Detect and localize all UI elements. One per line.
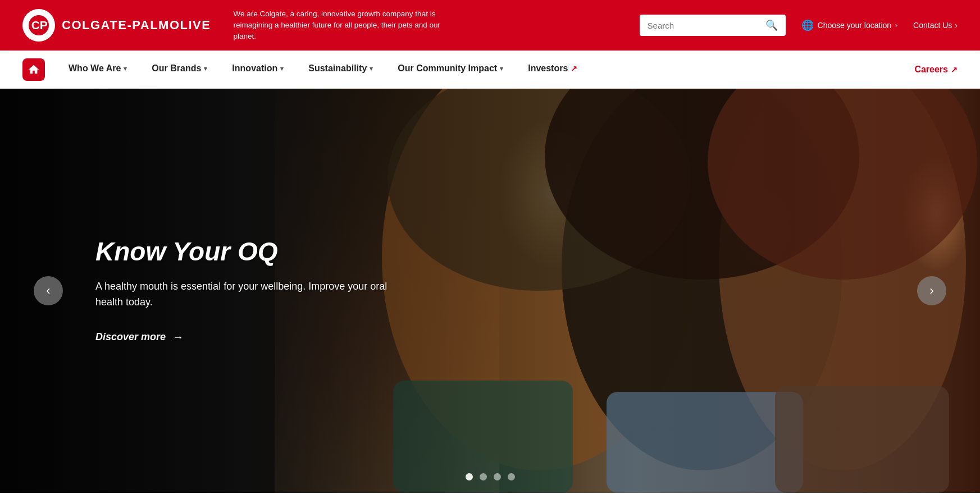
- dot-2[interactable]: [480, 473, 487, 480]
- hero-cta-label: Discover more: [95, 332, 166, 344]
- dropdown-caret-icon: ▾: [124, 65, 127, 72]
- dropdown-caret-icon: ▾: [370, 65, 373, 72]
- external-link-icon: ↗: [571, 64, 577, 73]
- navigation-bar: Who We Are ▾ Our Brands ▾ Innovation ▾ S…: [0, 51, 980, 89]
- external-arrow-icon: ›: [955, 21, 958, 30]
- slider-dots: [466, 473, 515, 480]
- contact-label: Contact Us: [913, 21, 952, 30]
- top-bar-right: 🔍 🌐 Choose your location › Contact Us ›: [640, 15, 958, 36]
- home-button[interactable]: [22, 58, 45, 81]
- tagline: We are Colgate, a caring, innovative gro…: [233, 8, 446, 43]
- prev-arrow-icon: ‹: [46, 283, 50, 298]
- hero-slider: Know Your OQ A healthy mouth is essentia…: [0, 89, 980, 493]
- home-icon: [28, 63, 40, 76]
- nav-item-innovation[interactable]: Innovation ▾: [220, 51, 296, 89]
- next-arrow-icon: ›: [929, 283, 933, 298]
- chevron-right-icon: ›: [895, 21, 897, 29]
- top-bar: CP COLGATE-PALMOLIVE We are Colgate, a c…: [0, 0, 980, 51]
- search-input[interactable]: [648, 21, 761, 30]
- nav-item-who-we-are[interactable]: Who We Are ▾: [56, 51, 139, 89]
- arrow-icon: →: [172, 331, 184, 344]
- nav-items: Who We Are ▾ Our Brands ▾ Innovation ▾ S…: [56, 51, 914, 89]
- nav-item-sustainability[interactable]: Sustainability ▾: [296, 51, 385, 89]
- dot-1[interactable]: [466, 473, 473, 480]
- location-button[interactable]: 🌐 Choose your location ›: [801, 19, 898, 31]
- logo-area[interactable]: CP COLGATE-PALMOLIVE: [22, 9, 211, 42]
- dropdown-caret-icon: ▾: [280, 65, 284, 72]
- contact-us-button[interactable]: Contact Us ›: [913, 21, 958, 30]
- nav-item-community-impact[interactable]: Our Community Impact ▾: [385, 51, 516, 89]
- external-link-icon: ↗: [951, 65, 958, 74]
- svg-text:CP: CP: [31, 19, 48, 31]
- search-box[interactable]: 🔍: [640, 15, 786, 36]
- nav-item-our-brands[interactable]: Our Brands ▾: [139, 51, 220, 89]
- dropdown-caret-icon: ▾: [204, 65, 207, 72]
- search-icon: 🔍: [765, 19, 778, 31]
- logo-icon: CP: [22, 9, 55, 42]
- hero-subtitle: A healthy mouth is essential for your we…: [95, 278, 388, 311]
- dot-3[interactable]: [494, 473, 501, 480]
- globe-icon: 🌐: [801, 19, 814, 31]
- slider-next-button[interactable]: ›: [917, 276, 946, 305]
- brand-name: COLGATE-PALMOLIVE: [62, 18, 211, 33]
- cp-logo-svg: CP: [28, 15, 49, 36]
- careers-button[interactable]: Careers ↗: [914, 65, 958, 75]
- location-label: Choose your location: [818, 21, 892, 30]
- slider-prev-button[interactable]: ‹: [34, 276, 63, 305]
- dropdown-caret-icon: ▾: [500, 65, 503, 72]
- hero-title: Know Your OQ: [95, 237, 388, 266]
- nav-item-investors[interactable]: Investors ↗: [516, 51, 590, 89]
- hero-cta-button[interactable]: Discover more →: [95, 331, 388, 344]
- dot-4[interactable]: [508, 473, 515, 480]
- hero-content: Know Your OQ A healthy mouth is essentia…: [95, 237, 388, 344]
